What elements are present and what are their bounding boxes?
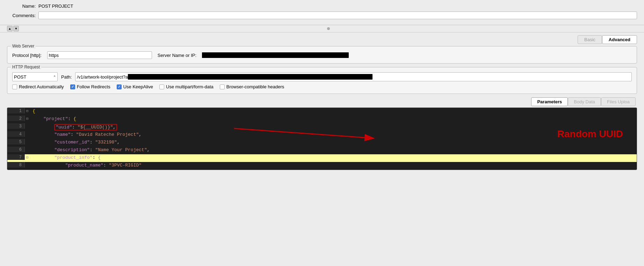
name-value: POST PROJECT <box>38 3 73 9</box>
line-fold-2[interactable]: ⊟ <box>25 116 30 121</box>
method-select[interactable]: POST ⌃ <box>12 72 58 81</box>
line-fold-6 <box>25 147 30 152</box>
code-line-6: 6 "description": "Name Your Project", <box>7 147 637 154</box>
method-text: POST <box>14 74 26 80</box>
code-line-7: 7 ⊟ "product_info": { <box>7 154 637 162</box>
checkbox-follow-redirects: Follow Redirects <box>70 84 110 89</box>
top-fields: Name: POST PROJECT Comments: <box>0 0 644 25</box>
tabs-row: Parameters Body Data Files Uploa <box>7 97 637 106</box>
web-server-group: Web Server Protocol [http]: Server Name … <box>7 46 637 64</box>
follow-redirects-checkbox[interactable] <box>70 84 75 89</box>
follow-redirects-label: Follow Redirects <box>77 84 110 89</box>
browser-compat-checkbox[interactable] <box>220 84 225 89</box>
comments-label: Comments: <box>7 13 38 18</box>
checkbox-keepalive: Use KeepAlive <box>117 84 153 89</box>
line-content-6: "description": "Name Your Project", <box>30 147 153 153</box>
tab-parameters[interactable]: Parameters <box>531 97 568 106</box>
tab-body-data[interactable]: Body Data <box>568 97 601 106</box>
path-value: /v1/artwork-tool/project?a <box>77 74 128 80</box>
line-num-3: 3 <box>7 123 25 129</box>
arrow-controls: ▲ ▼ <box>0 25 644 32</box>
random-uuid-annotation: Random UUID <box>557 128 623 140</box>
code-line-1: 1 ⊟ { <box>7 108 637 116</box>
code-line-3: 3 "uuid": "${__UUID()}", <box>7 123 637 131</box>
server-label: Server Name or IP: <box>158 53 196 58</box>
line-content-3: "uuid": "${__UUID()}", <box>30 123 120 131</box>
keepalive-checkbox[interactable] <box>117 84 122 89</box>
line-num-1: 1 <box>7 108 25 113</box>
line-content-5: "customer_id": "332198", <box>30 139 123 146</box>
browser-compat-label: Browser-compatible headers <box>226 84 284 89</box>
keepalive-label: Use KeepAlive <box>123 84 153 89</box>
http-request-row: POST ⌃ Path: /v1/artwork-tool/project?a <box>12 72 632 81</box>
line-fold-4 <box>25 131 30 136</box>
code-line-5: 5 "customer_id": "332198", <box>7 139 637 147</box>
checkbox-browser-compat: Browser-compatible headers <box>220 84 284 89</box>
checkboxes-row: Redirect Automatically Follow Redirects … <box>12 84 632 89</box>
line-fold-1[interactable]: ⊟ <box>25 108 30 113</box>
mode-toggle-bar: Basic Advanced <box>0 32 644 46</box>
checkbox-multipart: Use multipart/form-data <box>159 84 214 89</box>
annotation-container: 1 ⊟ { 2 ⊟ "project": { 3 "uuid": "${__UU… <box>7 108 637 170</box>
protocol-input[interactable] <box>47 51 152 59</box>
basic-button[interactable]: Basic <box>578 35 602 44</box>
advanced-button[interactable]: Advanced <box>602 35 637 44</box>
down-arrow-btn[interactable]: ▼ <box>13 26 19 31</box>
line-num-5: 5 <box>7 139 25 145</box>
redirect-auto-checkbox[interactable] <box>12 84 17 89</box>
line-content-1: { <box>30 108 38 114</box>
up-arrow-btn[interactable]: ▲ <box>7 26 13 31</box>
path-label: Path: <box>61 74 72 80</box>
protocol-label: Protocol [http]: <box>12 53 42 58</box>
http-request-group: HTTP Request POST ⌃ Path: /v1/artwork-to… <box>7 67 637 94</box>
web-server-legend: Web Server <box>11 44 36 49</box>
line-fold-3 <box>25 123 30 128</box>
http-request-legend: HTTP Request <box>11 65 41 69</box>
redirect-auto-label: Redirect Automatically <box>19 84 64 89</box>
line-fold-7[interactable]: ⊟ <box>25 154 30 160</box>
name-label: Name: <box>7 3 38 9</box>
checkbox-redirect-auto: Redirect Automatically <box>12 84 64 89</box>
main-container: Name: POST PROJECT Comments: ▲ ▼ Basic A… <box>0 0 644 266</box>
comments-row: Comments: <box>7 12 637 19</box>
line-fold-8 <box>25 162 30 167</box>
line-num-2: 2 <box>7 116 25 121</box>
line-num-8: 8 <box>7 162 25 168</box>
line-content-8: "product_name": "3PVC-RIGID" <box>30 162 144 169</box>
web-server-row: Protocol [http]: Server Name or IP: <box>12 51 632 59</box>
line-num-6: 6 <box>7 147 25 152</box>
line-content-2: "project": { <box>30 116 79 122</box>
method-chevron-icon: ⌃ <box>53 75 56 79</box>
code-line-8: 8 "product_name": "3PVC-RIGID" <box>7 162 637 170</box>
content-area: Web Server Protocol [http]: Server Name … <box>0 46 644 173</box>
tab-files-upload[interactable]: Files Uploa <box>601 97 636 106</box>
server-name-redacted <box>202 52 349 58</box>
code-line-2: 2 ⊟ "project": { <box>7 116 637 123</box>
scroll-indicator <box>327 27 330 30</box>
line-content-4: "name": "David Rateche Project", <box>30 131 144 138</box>
line-content-7: "product_info": { <box>30 154 103 161</box>
multipart-label: Use multipart/form-data <box>166 84 214 89</box>
code-line-4: 4 "name": "David Rateche Project", <box>7 131 637 139</box>
comments-input[interactable] <box>38 12 637 19</box>
path-input[interactable]: /v1/artwork-tool/project?a <box>75 72 632 81</box>
line-fold-5 <box>25 139 30 144</box>
line-num-4: 4 <box>7 131 25 137</box>
name-row: Name: POST PROJECT <box>7 3 637 9</box>
multipart-checkbox[interactable] <box>159 84 164 89</box>
code-editor[interactable]: 1 ⊟ { 2 ⊟ "project": { 3 "uuid": "${__UU… <box>7 108 637 170</box>
path-redacted <box>128 74 372 80</box>
line-num-7: 7 <box>7 154 25 160</box>
